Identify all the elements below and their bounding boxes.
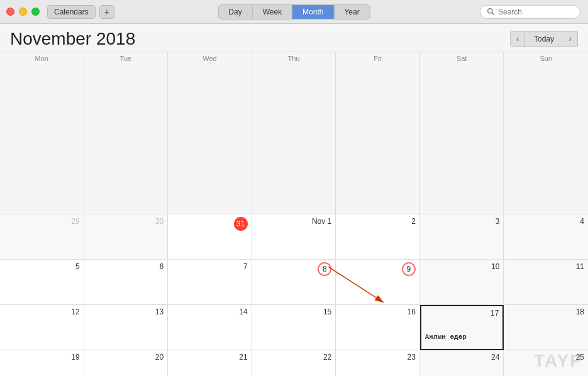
search-bar — [480, 5, 580, 19]
table-row[interactable]: 9 — [336, 260, 420, 305]
header-sun: Sun — [504, 52, 588, 214]
day-number: 5 — [4, 262, 80, 271]
calendar-body: 293031Nov 1234567891011121314151617Ажлын… — [0, 214, 588, 377]
month-title: November 2018 — [10, 29, 135, 49]
day-number: 7 — [172, 262, 248, 271]
close-button[interactable] — [6, 8, 14, 16]
day-number: 31 — [234, 217, 248, 231]
day-number: 24 — [424, 353, 500, 362]
next-month-button[interactable]: › — [563, 31, 578, 47]
minimize-button[interactable] — [19, 8, 27, 16]
day-number: 16 — [340, 307, 416, 316]
year-label: 2018 — [96, 29, 135, 48]
today-button[interactable]: Today — [525, 31, 563, 47]
day-number: 15 — [256, 307, 332, 316]
day-number: 21 — [172, 353, 248, 362]
day-number: 23 — [340, 353, 416, 362]
day-view-button[interactable]: Day — [218, 5, 252, 19]
table-row[interactable]: 22 — [252, 350, 336, 377]
table-row[interactable]: 8 — [252, 260, 336, 305]
table-row[interactable]: 31 — [168, 214, 252, 260]
table-row[interactable]: 12 — [0, 305, 84, 350]
day-number: 2 — [340, 217, 416, 226]
table-row[interactable]: 24 — [420, 350, 504, 377]
search-icon — [487, 8, 495, 16]
day-number: 18 — [508, 307, 584, 316]
svg-line-1 — [492, 13, 494, 14]
header-fri: Fri — [336, 52, 420, 214]
day-number: 22 — [256, 353, 332, 362]
watermark: TAYP — [534, 351, 583, 371]
day-number: 14 — [172, 307, 248, 316]
header-wed: Wed — [168, 52, 252, 214]
day-number: 20 — [88, 353, 164, 362]
table-row[interactable]: 16 — [336, 305, 420, 350]
day-number: 17 — [425, 309, 499, 318]
traffic-lights — [6, 8, 40, 16]
table-row[interactable]: 4 — [504, 214, 588, 260]
day-number: 8 — [318, 262, 331, 276]
table-row[interactable]: 5 — [0, 260, 84, 305]
header-mon: Mon — [0, 52, 84, 214]
day-number: 11 — [508, 262, 584, 271]
table-row[interactable]: 11 — [504, 260, 588, 305]
header-thu: Thu — [252, 52, 336, 214]
table-row[interactable]: 15 — [252, 305, 336, 350]
table-row[interactable]: 21 — [168, 350, 252, 377]
calendars-button[interactable]: Calendars — [47, 5, 96, 19]
day-headers: Mon Tue Wed Thu Fri Sat Sun — [0, 52, 588, 214]
day-number: 4 — [508, 217, 584, 226]
calendar-cells: 293031Nov 1234567891011121314151617Ажлын… — [0, 214, 588, 377]
search-input[interactable] — [498, 8, 574, 16]
table-row[interactable]: 18 — [504, 305, 588, 350]
day-number: 30 — [88, 217, 164, 226]
day-number: 19 — [4, 353, 80, 362]
table-row[interactable]: Nov 1 — [252, 214, 336, 260]
table-row[interactable]: 29 — [0, 214, 84, 260]
table-row[interactable]: 30 — [84, 214, 169, 260]
calendar-container: November 2018 ‹ Today › Mon Tue Wed Thu … — [0, 24, 588, 376]
table-row[interactable]: 2 — [336, 214, 420, 260]
table-row[interactable]: 6 — [84, 260, 169, 305]
day-number: 3 — [424, 217, 500, 226]
day-number: 10 — [424, 262, 500, 271]
view-switcher: Day Week Month Year — [218, 4, 370, 19]
table-row[interactable]: 23 — [336, 350, 420, 377]
day-number: 13 — [88, 307, 164, 316]
day-number: 29 — [4, 217, 80, 226]
calendar-header: November 2018 ‹ Today › — [0, 24, 588, 52]
event-label: Ажлын өдөр — [425, 333, 499, 341]
day-number: Nov 1 — [256, 217, 332, 226]
prev-month-button[interactable]: ‹ — [510, 31, 525, 47]
table-row[interactable]: 19 — [0, 350, 84, 377]
day-number: 12 — [4, 307, 80, 316]
week-view-button[interactable]: Week — [253, 5, 292, 19]
table-row[interactable]: 7 — [168, 260, 252, 305]
year-view-button[interactable]: Year — [334, 5, 369, 19]
table-row[interactable]: 10 — [420, 260, 504, 305]
day-number: 9 — [402, 262, 416, 276]
header-tue: Tue — [84, 52, 169, 214]
month-view-button[interactable]: Month — [292, 5, 334, 19]
nav-today: ‹ Today › — [510, 31, 578, 47]
table-row[interactable]: 17Ажлын өдөр — [420, 305, 504, 350]
day-number: 6 — [88, 262, 164, 271]
table-row[interactable]: 14 — [168, 305, 252, 350]
table-row[interactable]: 3 — [420, 214, 504, 260]
table-row[interactable]: 13 — [84, 305, 169, 350]
header-sat: Sat — [420, 52, 504, 214]
table-row[interactable]: 20 — [84, 350, 169, 377]
maximize-button[interactable] — [31, 8, 40, 16]
svg-point-0 — [488, 9, 492, 13]
month-label: November — [10, 29, 91, 48]
titlebar: Calendars + Day Week Month Year — [0, 0, 588, 24]
add-calendar-button[interactable]: + — [99, 5, 114, 19]
